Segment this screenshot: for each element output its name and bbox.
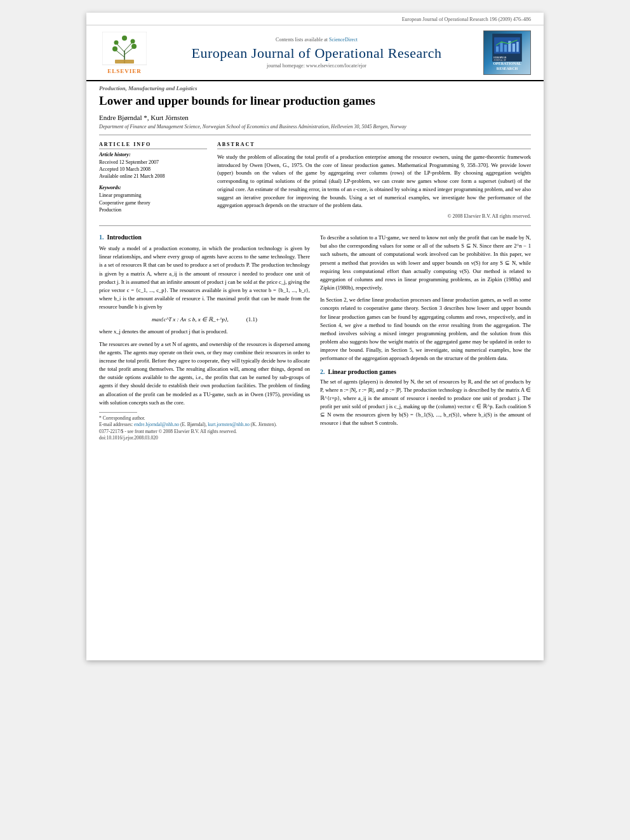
article-history-heading: Article history: — [99, 152, 207, 157]
footnote-email: E-mail addresses: endre.bjorndal@nhh.no … — [99, 422, 310, 429]
article-info-heading: ARTICLE INFO — [99, 142, 207, 149]
email1[interactable]: endre.bjorndal@nhh.no — [134, 422, 179, 427]
right-para2: In Section 2, we define linear productio… — [320, 296, 531, 363]
footnote-divider — [99, 412, 137, 413]
journal-reference: European Journal of Operational Research… — [86, 13, 544, 25]
sciencedirect-label: Contents lists available at ScienceDirec… — [150, 37, 483, 43]
svg-rect-15 — [496, 46, 499, 52]
article-section-label: Production, Manufacturing and Logistics — [86, 81, 544, 93]
svg-point-10 — [122, 36, 127, 41]
section2-heading: 2. Linear production games — [320, 368, 531, 375]
intro-heading: 1. Introduction — [99, 234, 310, 241]
footnote-issn: 0377-2217/$ - see front matter © 2008 El… — [99, 429, 310, 436]
equation-display: max{c^T x : Ax ≤ b, x ∈ ℝ_+^p}, (1.1) — [99, 316, 310, 323]
equation-text: max{c^T x : Ax ≤ b, x ∈ ℝ_+^p}, — [152, 316, 229, 323]
journal-cover-icon: EUROPEAN JOURNAL OF — [486, 34, 528, 62]
keyword-3: Production — [99, 206, 207, 213]
intro-heading-text: Introduction — [107, 234, 142, 241]
svg-rect-20 — [516, 42, 519, 52]
authors: Endre Bjørndal *, Kurt Jörnsten — [86, 111, 544, 123]
journal-header: ELSEVIER Contents lists available at Sci… — [86, 25, 544, 81]
journal-right-text: OPERATIONALRESEARCH — [493, 62, 521, 72]
journal-homepage: journal homepage: www.elsevier.com/locat… — [150, 63, 483, 69]
email2-name: (K. Jörnsten). — [251, 422, 277, 427]
svg-point-7 — [131, 44, 137, 49]
email1-name: (E. Bjørndal), — [180, 422, 206, 427]
footnote-doi: doi:10.1016/j.ejor.2008.03.020 — [99, 435, 310, 442]
abstract-divider — [99, 225, 531, 226]
keywords-section: Keywords: Linear programming Cooperative… — [99, 185, 207, 213]
header-divider — [99, 135, 531, 135]
article-info: ARTICLE INFO Article history: Received 1… — [99, 142, 207, 219]
section2-number: 2. — [320, 368, 325, 375]
section2-heading-text: Linear production games — [328, 368, 396, 375]
section2-para1: The set of agents (players) is denoted b… — [320, 378, 531, 428]
equation-container: max{c^T x : Ax ≤ b, x ∈ ℝ_+^p}, (1.1) — [99, 316, 310, 323]
right-column: To describe a solution to a TU-game, we … — [320, 234, 531, 442]
svg-text:JOURNAL OF: JOURNAL OF — [493, 59, 506, 62]
main-content: 1. Introduction We study a model of a pr… — [86, 229, 544, 447]
affiliation: Department of Finance and Management Sci… — [86, 123, 544, 132]
article-title: Lower and upper bounds for linear produc… — [86, 93, 544, 111]
right-para1: To describe a solution to a TU-game, we … — [320, 234, 531, 292]
sciencedirect-link[interactable]: ScienceDirect — [329, 37, 358, 43]
keyword-2: Cooperative game theory — [99, 199, 207, 206]
received-date: Received 12 September 2007 — [99, 159, 207, 166]
keywords-heading: Keywords: — [99, 185, 207, 190]
footnote-corresponding: * Corresponding author. — [99, 415, 310, 422]
svg-point-6 — [112, 46, 117, 51]
left-column: 1. Introduction We study a model of a pr… — [99, 234, 310, 442]
svg-rect-19 — [513, 44, 515, 52]
journal-title: European Journal of Operational Research — [150, 45, 483, 62]
copyright-text: © 2008 Elsevier B.V. All rights reserved… — [217, 213, 531, 219]
intro-para2: The resources are owned by a set N of ag… — [99, 340, 310, 407]
abstract-heading: ABSTRACT — [217, 142, 531, 149]
journal-center: Contents lists available at ScienceDirec… — [150, 37, 483, 69]
abstract-section: ABSTRACT We study the problem of allocat… — [217, 142, 531, 219]
elsevier-tree-icon — [102, 32, 147, 67]
equation-description: where x_j denotes the amount of product … — [99, 328, 310, 336]
available-date: Available online 21 March 2008 — [99, 173, 207, 180]
svg-point-8 — [114, 40, 119, 44]
svg-rect-17 — [504, 44, 507, 51]
svg-rect-16 — [500, 43, 502, 51]
keyword-1: Linear programming — [99, 192, 207, 199]
email2[interactable]: kurt.jornsten@nhh.no — [208, 422, 250, 427]
elsevier-wordmark: ELSEVIER — [107, 68, 142, 74]
elsevier-logo: ELSEVIER — [99, 32, 150, 74]
intro-number: 1. — [99, 234, 104, 241]
abstract-text: We study the problem of allocating the t… — [217, 153, 531, 210]
email-label: E-mail addresses: — [99, 422, 133, 427]
accepted-date: Accepted 10 March 2008 — [99, 166, 207, 173]
article-info-abstract-section: ARTICLE INFO Article history: Received 1… — [86, 138, 544, 223]
journal-right-logo: EUROPEAN JOURNAL OF OPERATIONALRESEARCH — [483, 30, 531, 75]
svg-point-9 — [131, 39, 135, 43]
intro-para1: We study a model of a production economy… — [99, 244, 310, 311]
equation-number: (1.1) — [246, 316, 257, 323]
